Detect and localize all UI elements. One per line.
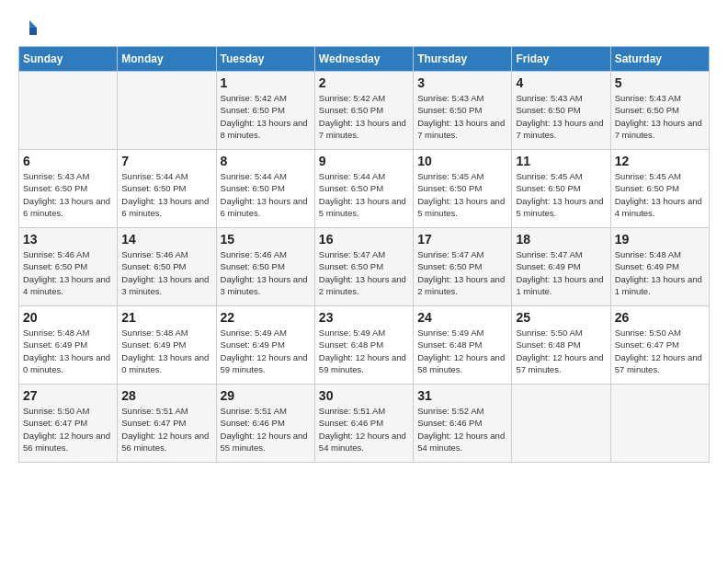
day-number: 30 (319, 388, 409, 403)
logo-icon (20, 18, 39, 37)
calendar-cell: 30Sunrise: 5:51 AM Sunset: 6:46 PM Dayli… (314, 385, 413, 463)
calendar-cell: 23Sunrise: 5:49 AM Sunset: 6:48 PM Dayli… (314, 306, 413, 385)
calendar-cell: 9Sunrise: 5:44 AM Sunset: 6:50 PM Daylig… (314, 150, 413, 228)
calendar-cell: 20Sunrise: 5:48 AM Sunset: 6:49 PM Dayli… (19, 306, 118, 385)
calendar-week-3: 13Sunrise: 5:46 AM Sunset: 6:50 PM Dayli… (19, 228, 710, 306)
calendar-body: 1Sunrise: 5:42 AM Sunset: 6:50 PM Daylig… (19, 72, 710, 463)
calendar-cell: 28Sunrise: 5:51 AM Sunset: 6:47 PM Dayli… (118, 385, 216, 463)
day-detail: Sunrise: 5:51 AM Sunset: 6:47 PM Dayligh… (121, 405, 211, 454)
calendar-cell: 18Sunrise: 5:47 AM Sunset: 6:49 PM Dayli… (512, 228, 610, 306)
calendar-cell: 4Sunrise: 5:43 AM Sunset: 6:50 PM Daylig… (512, 72, 610, 150)
day-detail: Sunrise: 5:45 AM Sunset: 6:50 PM Dayligh… (615, 170, 705, 219)
calendar-cell: 12Sunrise: 5:45 AM Sunset: 6:50 PM Dayli… (610, 150, 709, 228)
day-detail: Sunrise: 5:45 AM Sunset: 6:50 PM Dayligh… (516, 170, 606, 219)
day-number: 19 (615, 232, 705, 247)
day-detail: Sunrise: 5:43 AM Sunset: 6:50 PM Dayligh… (516, 92, 606, 141)
calendar-cell: 29Sunrise: 5:51 AM Sunset: 6:46 PM Dayli… (216, 385, 314, 463)
day-detail: Sunrise: 5:44 AM Sunset: 6:50 PM Dayligh… (221, 170, 311, 219)
day-number: 10 (417, 154, 507, 168)
day-number: 27 (23, 388, 113, 403)
day-detail: Sunrise: 5:42 AM Sunset: 6:50 PM Dayligh… (221, 92, 311, 141)
day-number: 18 (516, 232, 606, 247)
calendar-cell: 26Sunrise: 5:50 AM Sunset: 6:47 PM Dayli… (610, 306, 709, 385)
day-detail: Sunrise: 5:43 AM Sunset: 6:50 PM Dayligh… (23, 170, 113, 219)
calendar-cell: 13Sunrise: 5:46 AM Sunset: 6:50 PM Dayli… (19, 228, 118, 306)
day-detail: Sunrise: 5:42 AM Sunset: 6:50 PM Dayligh… (319, 92, 409, 141)
calendar-cell (118, 72, 216, 150)
weekday-header-wednesday: Wednesday (314, 47, 413, 72)
calendar-week-2: 6Sunrise: 5:43 AM Sunset: 6:50 PM Daylig… (19, 150, 710, 228)
day-number: 1 (221, 75, 311, 90)
calendar-cell: 2Sunrise: 5:42 AM Sunset: 6:50 PM Daylig… (314, 72, 413, 150)
day-detail: Sunrise: 5:51 AM Sunset: 6:46 PM Dayligh… (319, 405, 409, 454)
day-number: 2 (319, 75, 409, 90)
weekday-header-thursday: Thursday (414, 47, 512, 72)
calendar-cell: 11Sunrise: 5:45 AM Sunset: 6:50 PM Dayli… (512, 150, 610, 228)
day-detail: Sunrise: 5:49 AM Sunset: 6:48 PM Dayligh… (319, 327, 409, 375)
day-number: 21 (121, 310, 211, 325)
day-number: 11 (516, 154, 606, 168)
logo (18, 18, 39, 37)
day-detail: Sunrise: 5:47 AM Sunset: 6:50 PM Dayligh… (319, 248, 409, 297)
day-detail: Sunrise: 5:45 AM Sunset: 6:50 PM Dayligh… (417, 170, 507, 219)
day-detail: Sunrise: 5:44 AM Sunset: 6:50 PM Dayligh… (121, 170, 211, 219)
day-number: 6 (23, 154, 113, 168)
day-number: 5 (615, 75, 705, 90)
day-number: 3 (417, 75, 507, 90)
day-detail: Sunrise: 5:46 AM Sunset: 6:50 PM Dayligh… (121, 248, 211, 297)
calendar-week-1: 1Sunrise: 5:42 AM Sunset: 6:50 PM Daylig… (19, 72, 710, 150)
day-detail: Sunrise: 5:50 AM Sunset: 6:47 PM Dayligh… (615, 327, 705, 375)
day-detail: Sunrise: 5:49 AM Sunset: 6:48 PM Dayligh… (417, 327, 507, 375)
calendar-cell: 25Sunrise: 5:50 AM Sunset: 6:48 PM Dayli… (512, 306, 610, 385)
calendar-cell: 10Sunrise: 5:45 AM Sunset: 6:50 PM Dayli… (414, 150, 512, 228)
day-detail: Sunrise: 5:48 AM Sunset: 6:49 PM Dayligh… (23, 327, 113, 375)
day-number: 4 (516, 75, 606, 90)
day-number: 17 (417, 232, 507, 247)
calendar-cell: 27Sunrise: 5:50 AM Sunset: 6:47 PM Dayli… (19, 385, 118, 463)
calendar-cell: 7Sunrise: 5:44 AM Sunset: 6:50 PM Daylig… (118, 150, 216, 228)
day-number: 14 (121, 232, 211, 247)
calendar-cell (19, 72, 118, 150)
calendar-cell: 19Sunrise: 5:48 AM Sunset: 6:49 PM Dayli… (610, 228, 709, 306)
calendar-cell: 15Sunrise: 5:46 AM Sunset: 6:50 PM Dayli… (216, 228, 314, 306)
day-detail: Sunrise: 5:52 AM Sunset: 6:46 PM Dayligh… (417, 405, 507, 454)
calendar-cell (610, 385, 709, 463)
day-detail: Sunrise: 5:47 AM Sunset: 6:50 PM Dayligh… (417, 248, 507, 297)
day-number: 15 (221, 232, 311, 247)
day-detail: Sunrise: 5:46 AM Sunset: 6:50 PM Dayligh… (221, 248, 311, 297)
day-number: 12 (615, 154, 705, 168)
weekday-header-sunday: Sunday (19, 47, 118, 72)
calendar-cell: 5Sunrise: 5:43 AM Sunset: 6:50 PM Daylig… (610, 72, 709, 150)
day-number: 25 (516, 310, 606, 325)
calendar-header: SundayMondayTuesdayWednesdayThursdayFrid… (19, 47, 710, 72)
weekday-header-saturday: Saturday (610, 47, 709, 72)
day-detail: Sunrise: 5:48 AM Sunset: 6:49 PM Dayligh… (121, 327, 211, 375)
calendar-cell: 22Sunrise: 5:49 AM Sunset: 6:49 PM Dayli… (216, 306, 314, 385)
day-number: 29 (221, 388, 311, 403)
day-number: 31 (417, 388, 507, 403)
day-detail: Sunrise: 5:44 AM Sunset: 6:50 PM Dayligh… (319, 170, 409, 219)
day-number: 8 (221, 154, 311, 168)
day-number: 28 (121, 388, 211, 403)
calendar-cell: 16Sunrise: 5:47 AM Sunset: 6:50 PM Dayli… (314, 228, 413, 306)
calendar-week-4: 20Sunrise: 5:48 AM Sunset: 6:49 PM Dayli… (19, 306, 710, 385)
calendar-table: SundayMondayTuesdayWednesdayThursdayFrid… (18, 46, 710, 463)
day-detail: Sunrise: 5:50 AM Sunset: 6:47 PM Dayligh… (23, 405, 113, 454)
day-detail: Sunrise: 5:48 AM Sunset: 6:49 PM Dayligh… (615, 248, 705, 297)
day-detail: Sunrise: 5:47 AM Sunset: 6:49 PM Dayligh… (516, 248, 606, 297)
weekday-header-friday: Friday (512, 47, 610, 72)
day-number: 20 (23, 310, 113, 325)
day-detail: Sunrise: 5:50 AM Sunset: 6:48 PM Dayligh… (516, 327, 606, 375)
day-number: 22 (221, 310, 311, 325)
calendar-cell: 8Sunrise: 5:44 AM Sunset: 6:50 PM Daylig… (216, 150, 314, 228)
day-detail: Sunrise: 5:46 AM Sunset: 6:50 PM Dayligh… (23, 248, 113, 297)
calendar-cell: 14Sunrise: 5:46 AM Sunset: 6:50 PM Dayli… (118, 228, 216, 306)
calendar-cell (512, 385, 610, 463)
calendar-cell: 21Sunrise: 5:48 AM Sunset: 6:49 PM Dayli… (118, 306, 216, 385)
day-detail: Sunrise: 5:43 AM Sunset: 6:50 PM Dayligh… (615, 92, 705, 141)
day-number: 24 (417, 310, 507, 325)
calendar-cell: 17Sunrise: 5:47 AM Sunset: 6:50 PM Dayli… (414, 228, 512, 306)
day-number: 26 (615, 310, 705, 325)
calendar-cell: 31Sunrise: 5:52 AM Sunset: 6:46 PM Dayli… (414, 385, 512, 463)
calendar-cell: 24Sunrise: 5:49 AM Sunset: 6:48 PM Dayli… (414, 306, 512, 385)
